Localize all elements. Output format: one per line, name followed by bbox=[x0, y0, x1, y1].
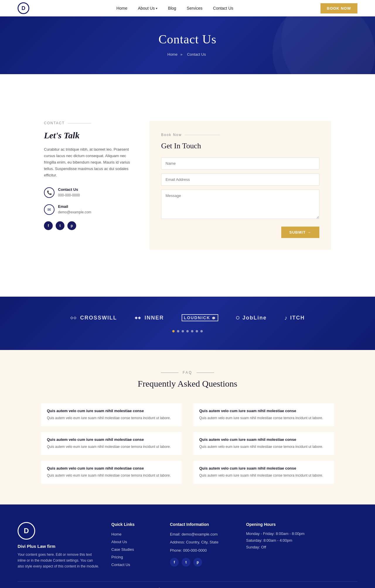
contact-section: Contact Let's Talk Curabitur ac tristiqu… bbox=[0, 74, 375, 297]
faq-question-3[interactable]: Quis autem velo cum iure suam nihil mole… bbox=[47, 437, 176, 442]
footer-link-contact[interactable]: Contact Us bbox=[111, 562, 130, 567]
brand-dot-1[interactable] bbox=[172, 330, 175, 332]
faq-item-2: Quis autem velo cum iure suam nihil mole… bbox=[193, 403, 334, 426]
brands-row: ◇◇ CROSSWILL ◆◆ INNER LOUDNICK 💬 ⬡ JobLi… bbox=[18, 314, 357, 321]
footer-logo-area: D Divi Plus Law firm Your content goes h… bbox=[18, 522, 100, 570]
faq-section: FAQ Frequently Asked Questions Quis aute… bbox=[0, 350, 375, 504]
faq-answer-6: Quis autem velo eum iure suam nihil mole… bbox=[199, 473, 328, 478]
submit-button[interactable]: SUBMIT → bbox=[281, 227, 319, 238]
book-now-label: Book Now bbox=[161, 133, 319, 137]
navbar: D Home About Us Blog Services Contact Us… bbox=[0, 0, 375, 16]
nav-about[interactable]: About Us bbox=[138, 6, 158, 11]
footer-email: Email: demo@example.com bbox=[170, 531, 234, 537]
contact-email-text: Email demo@example.com bbox=[58, 204, 91, 215]
footer-facebook-icon[interactable]: f bbox=[170, 558, 179, 567]
email-input[interactable] bbox=[161, 174, 319, 186]
form-card: Book Now Get In Touch SUBMIT → bbox=[149, 121, 331, 250]
faq-question-1[interactable]: Quis autem velo cum iure suam nihil mole… bbox=[47, 409, 176, 413]
footer-address: Address: Country, City, State bbox=[170, 539, 234, 545]
brand-dot-5[interactable] bbox=[191, 330, 193, 332]
breadcrumb: Home » Contact Us bbox=[0, 52, 375, 57]
faq-question-2[interactable]: Quis autem velo cum iure suam nihil mole… bbox=[199, 409, 328, 413]
faq-question-6[interactable]: Quis autem velo cum iure suam nihil mole… bbox=[199, 466, 328, 470]
faq-item-1: Quis autem velo cum iure suam nihil mole… bbox=[41, 403, 182, 426]
faq-item-3: Quis autem velo cum iure suam nihil mole… bbox=[41, 432, 182, 455]
brand-loudnick: LOUDNICK 💬 bbox=[182, 314, 219, 321]
name-input[interactable] bbox=[161, 157, 319, 169]
footer-quick-links: Quick Links Home About Us Case Studies P… bbox=[111, 522, 158, 570]
footer-hours-sun: Sunday: Off bbox=[246, 545, 311, 549]
phone-icon: 📞 bbox=[44, 187, 54, 198]
nav-blog[interactable]: Blog bbox=[168, 6, 176, 11]
nav-contact[interactable]: Contact Us bbox=[213, 6, 233, 11]
footer-links-list: Home About Us Case Studies Pricing Conta… bbox=[111, 531, 158, 567]
contact-body: Curabitur ac tristique nibh, at laoreet … bbox=[44, 146, 132, 179]
brand-inner: ◆◆ INNER bbox=[135, 315, 164, 321]
breadcrumb-separator: » bbox=[180, 52, 183, 57]
footer-social-icons: f t p bbox=[170, 558, 234, 567]
faq-answer-1: Quis autem velo eum iure suam nihil mole… bbox=[47, 415, 176, 421]
footer: D Divi Plus Law firm Your content goes h… bbox=[0, 504, 375, 588]
faq-question-5[interactable]: Quis autem velo cum iure suam nihil mole… bbox=[47, 466, 176, 470]
faq-item-6: Quis autem velo cum iure suam nihil mole… bbox=[193, 461, 334, 484]
faq-title: Frequently Asked Questions bbox=[18, 379, 357, 389]
footer-contact-title: Contact Information bbox=[170, 522, 234, 527]
brand-dots bbox=[18, 330, 357, 332]
footer-phone: Phone: 000-000-0000 bbox=[170, 548, 234, 553]
nav-services[interactable]: Services bbox=[187, 6, 202, 11]
faq-question-4[interactable]: Quis autem velo cum iure suam nihil mole… bbox=[199, 437, 328, 442]
email-icon: ✉ bbox=[44, 204, 54, 215]
message-input[interactable] bbox=[161, 190, 319, 219]
facebook-icon[interactable]: f bbox=[44, 221, 53, 230]
footer-hours-mon-fri: Monday - Friday: 8:00am - 8:00pm bbox=[246, 531, 311, 536]
footer-contact-info: Contact Information Email: demo@example.… bbox=[170, 522, 234, 570]
navbar-logo[interactable]: D bbox=[18, 2, 29, 14]
brand-dot-6[interactable] bbox=[196, 330, 198, 332]
faq-label: FAQ bbox=[18, 371, 357, 375]
form-heading: Get In Touch bbox=[161, 142, 319, 150]
social-icons: f t p bbox=[44, 221, 132, 230]
footer-hours-title: Opening Hours bbox=[246, 522, 311, 527]
footer-description: Your content goes here. Edit or remove t… bbox=[18, 552, 100, 570]
contact-label: Contact bbox=[44, 121, 132, 125]
footer-divider bbox=[18, 581, 357, 582]
footer-link-case-studies[interactable]: Case Studies bbox=[111, 547, 134, 552]
contact-email-item: ✉ Email demo@example.com bbox=[44, 204, 132, 215]
brand-pitch: ♪ ITCH bbox=[284, 315, 305, 321]
faq-item-5: Quis autem velo cum iure suam nihil mole… bbox=[41, 461, 182, 484]
footer-link-about[interactable]: About Us bbox=[111, 540, 127, 544]
faq-answer-2: Quis autem velo eum iure suam nihil mole… bbox=[199, 415, 328, 421]
brands-section: ◇◇ CROSSWILL ◆◆ INNER LOUDNICK 💬 ⬡ JobLi… bbox=[0, 297, 375, 350]
footer-hours: Opening Hours Monday - Friday: 8:00am - … bbox=[246, 522, 311, 570]
faq-answer-5: Quis autem velo eum iure suam nihil mole… bbox=[47, 473, 176, 478]
footer-twitter-icon[interactable]: t bbox=[182, 558, 190, 567]
brand-dot-7[interactable] bbox=[200, 330, 203, 332]
brand-crosswill: ◇◇ CROSSWILL bbox=[70, 315, 117, 321]
footer-pinterest-icon[interactable]: p bbox=[193, 558, 202, 567]
footer-link-pricing[interactable]: Pricing bbox=[111, 555, 123, 559]
footer-quick-links-title: Quick Links bbox=[111, 522, 158, 527]
faq-grid: Quis autem velo cum iure suam nihil mole… bbox=[41, 403, 334, 484]
contact-phone-item: 📞 Contact Us 000-000-0000 bbox=[44, 187, 132, 198]
nav-home[interactable]: Home bbox=[116, 6, 127, 11]
contact-left: Contact Let's Talk Curabitur ac tristiqu… bbox=[44, 121, 132, 250]
contact-right: Book Now Get In Touch SUBMIT → bbox=[149, 121, 331, 250]
contact-phone-text: Contact Us 000-000-0000 bbox=[58, 187, 80, 198]
faq-answer-4: Quis autem velo eum iure suam nihil mole… bbox=[199, 444, 328, 450]
navbar-links: Home About Us Blog Services Contact Us bbox=[116, 6, 233, 11]
footer-link-home[interactable]: Home bbox=[111, 532, 122, 536]
brand-dot-2[interactable] bbox=[177, 330, 179, 332]
footer-top: D Divi Plus Law firm Your content goes h… bbox=[18, 522, 357, 570]
footer-hours-sat: Saturday: 8:00am - 4:00pm bbox=[246, 538, 311, 543]
breadcrumb-home[interactable]: Home bbox=[167, 52, 178, 57]
brand-dot-4[interactable] bbox=[186, 330, 189, 332]
brand-jobline: ⬡ JobLine bbox=[236, 315, 267, 321]
pinterest-icon[interactable]: p bbox=[67, 221, 76, 230]
breadcrumb-current: Contact Us bbox=[187, 52, 206, 57]
footer-logo: D bbox=[18, 522, 35, 540]
page-title: Contact Us bbox=[0, 32, 375, 46]
brand-dot-3[interactable] bbox=[182, 330, 184, 332]
book-now-button[interactable]: BOOK NOW bbox=[321, 3, 357, 13]
twitter-icon[interactable]: t bbox=[56, 221, 64, 230]
contact-heading: Let's Talk bbox=[44, 130, 132, 140]
